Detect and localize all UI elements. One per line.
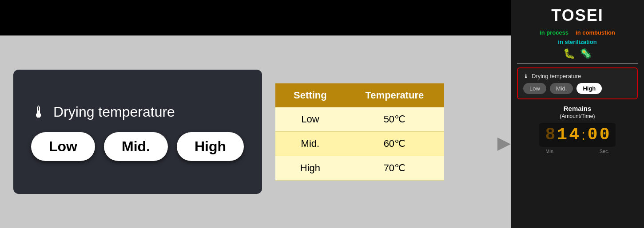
- digit-0-2: 0: [600, 126, 610, 143]
- setting-mid: Mid.: [275, 131, 345, 156]
- time-labels: Min. Sec.: [517, 149, 638, 154]
- in-sterilization-label: in sterilization: [558, 39, 596, 45]
- low-button[interactable]: Low: [31, 132, 95, 161]
- mini-mid-button[interactable]: Mid.: [550, 83, 573, 94]
- left-panel: 🌡 Drying temperature Low Mid. High: [13, 70, 262, 194]
- status-row: in process in combustion: [540, 29, 615, 36]
- panel-title: 🌡 Drying temperature: [31, 103, 175, 122]
- bug-icons: 🐛 🦠: [563, 48, 592, 59]
- temp-high: 70℃: [345, 156, 444, 180]
- main-area: 🌡 Drying temperature Low Mid. High Setti…: [0, 35, 511, 228]
- tosei-logo: TOSEI: [551, 6, 603, 25]
- drying-card-label: Drying temperature: [532, 73, 581, 79]
- right-sidebar: TOSEI in process in combustion in steril…: [511, 0, 644, 228]
- digit-0-1: 0: [588, 126, 598, 143]
- bug-icon-1: 🐛: [563, 48, 575, 59]
- buttons-row: Low Mid. High: [31, 132, 244, 161]
- setting-low: Low: [275, 107, 345, 132]
- bug-icon-2: 🦠: [580, 48, 592, 59]
- in-combustion-label: in combustion: [576, 29, 615, 36]
- drying-thermometer-icon: 🌡: [523, 73, 529, 79]
- min-label: Min.: [545, 149, 555, 154]
- digit-8: 8: [545, 126, 556, 143]
- table-row: Low 50℃: [275, 107, 444, 132]
- in-process-label: in process: [540, 29, 568, 36]
- remains-sublabel: (Amount/Time): [560, 113, 595, 119]
- drying-card-buttons: Low Mid. High: [523, 83, 632, 94]
- mini-low-button[interactable]: Low: [523, 83, 546, 94]
- digit-colon: :: [581, 127, 585, 143]
- arrow-icon: [497, 138, 511, 151]
- temp-low: 50℃: [345, 107, 444, 132]
- table-row: High 70℃: [275, 156, 444, 180]
- table-row: Mid. 60℃: [275, 131, 444, 156]
- temperature-header: Temperature: [345, 83, 444, 107]
- high-button[interactable]: High: [177, 132, 244, 161]
- remains-label: Remains: [564, 105, 592, 112]
- sec-label: Sec.: [600, 149, 609, 154]
- digital-display: 8 1 4 : 0 0: [539, 123, 616, 147]
- mid-button[interactable]: Mid.: [104, 132, 168, 161]
- temperature-table: Setting Temperature Low 50℃ Mid. 60℃ Hig…: [275, 83, 444, 181]
- panel-title-text: Drying temperature: [53, 104, 175, 120]
- temp-mid: 60℃: [345, 131, 444, 156]
- thermometer-icon: 🌡: [31, 103, 47, 122]
- status-row2: in sterilization: [558, 39, 596, 46]
- setting-high: High: [275, 156, 345, 180]
- drying-card: 🌡 Drying temperature Low Mid. High: [517, 67, 638, 99]
- mini-high-button[interactable]: High: [576, 83, 602, 94]
- digit-4: 4: [569, 126, 579, 143]
- drying-card-title: 🌡 Drying temperature: [523, 73, 632, 79]
- setting-header: Setting: [275, 83, 345, 107]
- digit-1: 1: [557, 126, 567, 143]
- separator-line: [517, 63, 638, 64]
